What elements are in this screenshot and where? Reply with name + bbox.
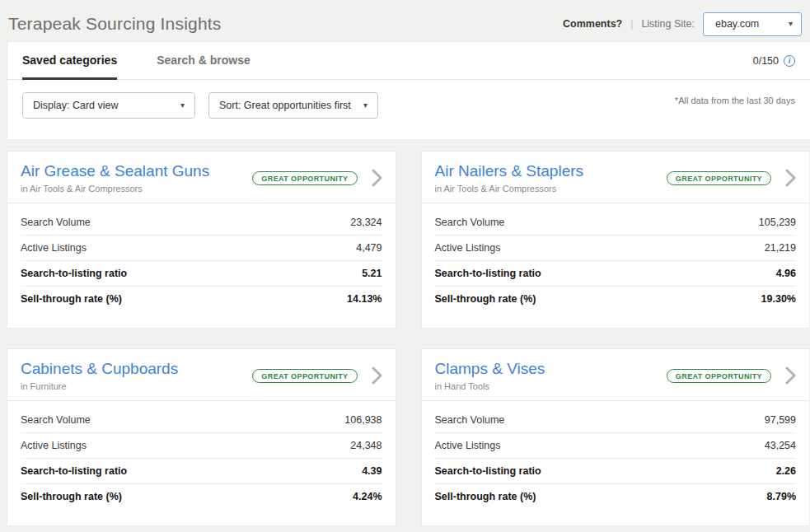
header-right: Comments? | Listing Site: ebay.com ▾: [563, 12, 802, 36]
metric-row: Search-to-listing ratio 4.96: [435, 261, 797, 287]
metric-label: Search-to-listing ratio: [21, 268, 127, 279]
metric-value: 23,324: [350, 217, 382, 228]
top-header: Terapeak Sourcing Insights Comments? | L…: [0, 0, 810, 38]
metric-row: Sell-through rate (%) 8.79%: [435, 484, 797, 510]
metric-value: 105,239: [759, 217, 796, 228]
card-header: Cabinets & Cupboards in Furniture GREAT …: [7, 349, 396, 401]
chevron-right-icon[interactable]: [371, 366, 382, 385]
sort-dropdown-value: Sort: Great opportunities first: [219, 100, 351, 111]
category-card[interactable]: Air Grease & Sealant Guns in Air Tools &…: [7, 151, 396, 329]
card-header: Clamps & Vises in Hand Tools GREAT OPPOR…: [422, 349, 810, 401]
metric-row: Sell-through rate (%) 14.13%: [21, 287, 382, 312]
metric-value: 14.13%: [347, 293, 382, 305]
metric-row: Active Listings 4,479: [21, 236, 382, 261]
page-title: Terapeak Sourcing Insights: [8, 14, 222, 34]
metric-row: Search Volume 106,938: [21, 408, 382, 433]
metric-label: Search Volume: [21, 217, 91, 228]
opportunity-badge: GREAT OPPORTUNITY: [667, 369, 771, 383]
chevron-down-icon: ▾: [180, 101, 185, 110]
metric-label: Search-to-listing ratio: [435, 465, 541, 477]
card-heading: Cabinets & Cupboards in Furniture: [21, 360, 178, 391]
category-card[interactable]: Clamps & Vises in Hand Tools GREAT OPPOR…: [421, 348, 810, 526]
metric-value: 21,219: [765, 242, 796, 254]
listing-site-select[interactable]: ebay.com ▾: [703, 12, 802, 36]
category-card[interactable]: Cabinets & Cupboards in Furniture GREAT …: [7, 348, 396, 526]
card-header-right: GREAT OPPORTUNITY: [252, 162, 382, 187]
chevron-down-icon: ▾: [789, 20, 793, 28]
metric-row: Sell-through rate (%) 4.24%: [21, 484, 382, 510]
category-title[interactable]: Air Nailers & Staplers: [435, 162, 584, 181]
opportunity-badge: GREAT OPPORTUNITY: [252, 369, 357, 383]
metric-row: Active Listings 43,254: [435, 433, 797, 459]
metric-value: 106,938: [344, 414, 382, 426]
metric-row: Search Volume 105,239: [435, 210, 797, 236]
tab-saved-categories[interactable]: Saved categories: [22, 43, 117, 80]
metric-label: Sell-through rate (%): [435, 491, 536, 502]
controls-row: Display: Card view ▾ Sort: Great opportu…: [7, 80, 810, 139]
metrics-table: Search Volume 106,938 Active Listings 24…: [7, 401, 396, 523]
metric-value: 5.21: [362, 268, 382, 279]
display-dropdown[interactable]: Display: Card view ▾: [22, 92, 195, 119]
data-range-note: *All data from the last 30 days: [675, 96, 795, 105]
metric-value: 8.79%: [767, 491, 796, 502]
tabs-row: Saved categories Search & browse 0/150 i: [7, 42, 810, 80]
metric-row: Active Listings 21,219: [435, 236, 797, 261]
metrics-table: Search Volume 97,599 Active Listings 43,…: [422, 401, 810, 523]
metric-row: Search-to-listing ratio 5.21: [21, 261, 382, 287]
category-parent: in Air Tools & Air Compressors: [435, 184, 584, 194]
card-heading: Clamps & Vises in Hand Tools: [435, 360, 545, 391]
saved-counter: 0/150: [753, 55, 779, 67]
chevron-right-icon[interactable]: [784, 366, 796, 385]
sort-dropdown[interactable]: Sort: Great opportunities first ▾: [208, 92, 378, 119]
opportunity-badge: GREAT OPPORTUNITY: [252, 171, 357, 185]
category-card[interactable]: Air Nailers & Staplers in Air Tools & Ai…: [421, 151, 810, 329]
metric-value: 43,254: [765, 440, 796, 451]
category-title[interactable]: Air Grease & Sealant Guns: [21, 162, 209, 181]
display-dropdown-value: Display: Card view: [33, 100, 119, 111]
card-heading: Air Grease & Sealant Guns in Air Tools &…: [21, 162, 209, 194]
metric-label: Active Listings: [21, 440, 87, 451]
metric-label: Search Volume: [435, 414, 505, 426]
category-title[interactable]: Cabinets & Cupboards: [21, 360, 178, 379]
chevron-right-icon[interactable]: [371, 169, 382, 187]
metric-label: Active Listings: [435, 242, 501, 254]
listing-site-label: Listing Site:: [641, 18, 695, 30]
main-panel: Saved categories Search & browse 0/150 i…: [7, 41, 810, 140]
metric-label: Sell-through rate (%): [21, 293, 122, 305]
metric-label: Search Volume: [435, 217, 505, 228]
category-parent: in Air Tools & Air Compressors: [21, 184, 209, 194]
metric-row: Sell-through rate (%) 19.30%: [435, 287, 797, 312]
metric-row: Search-to-listing ratio 2.26: [435, 459, 797, 484]
header-separator: |: [630, 18, 633, 30]
metric-value: 4.24%: [353, 491, 382, 502]
metric-value: 19.30%: [761, 293, 796, 305]
metric-label: Active Listings: [21, 242, 87, 254]
card-header: Air Grease & Sealant Guns in Air Tools &…: [7, 152, 396, 203]
card-header-right: GREAT OPPORTUNITY: [667, 360, 796, 385]
info-icon[interactable]: i: [784, 55, 795, 67]
tab-search-browse[interactable]: Search & browse: [157, 43, 250, 80]
cards-grid: Air Grease & Sealant Guns in Air Tools &…: [7, 151, 810, 526]
card-heading: Air Nailers & Staplers in Air Tools & Ai…: [435, 162, 584, 194]
category-title[interactable]: Clamps & Vises: [435, 360, 545, 379]
terapeak-page: Terapeak Sourcing Insights Comments? | L…: [0, 0, 810, 532]
comments-link[interactable]: Comments?: [563, 18, 622, 30]
metrics-table: Search Volume 23,324 Active Listings 4,4…: [7, 203, 396, 325]
chevron-right-icon[interactable]: [784, 169, 796, 187]
metric-row: Search Volume 23,324: [21, 210, 382, 236]
metric-label: Sell-through rate (%): [21, 491, 122, 502]
metric-label: Active Listings: [435, 440, 501, 451]
metric-label: Search-to-listing ratio: [435, 268, 541, 279]
metric-value: 97,599: [765, 414, 796, 426]
metric-label: Search-to-listing ratio: [21, 465, 127, 477]
metric-value: 24,348: [350, 440, 382, 451]
metric-row: Search-to-listing ratio 4.39: [21, 459, 382, 484]
card-header-right: GREAT OPPORTUNITY: [252, 360, 382, 385]
category-parent: in Furniture: [21, 381, 178, 391]
category-parent: in Hand Tools: [435, 381, 545, 391]
metric-label: Sell-through rate (%): [435, 293, 536, 305]
metric-row: Search Volume 97,599: [435, 408, 797, 433]
card-header-right: GREAT OPPORTUNITY: [667, 162, 796, 187]
metric-row: Active Listings 24,348: [21, 433, 382, 459]
listing-site-value: ebay.com: [715, 18, 759, 30]
